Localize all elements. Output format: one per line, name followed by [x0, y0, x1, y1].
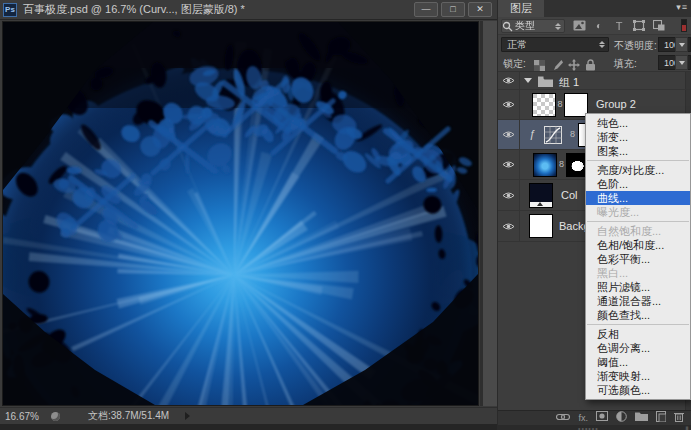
menu-item[interactable]: 曝光度...: [586, 205, 690, 219]
layer-name[interactable]: 组 1: [559, 75, 579, 90]
layer-row-group1[interactable]: 组 1: [498, 72, 691, 90]
fill-slider-icon: [530, 202, 552, 207]
eye-icon: [502, 222, 515, 231]
layer-style-fx-icon[interactable]: fx.: [578, 412, 588, 425]
menu-item[interactable]: 通道混合器...: [586, 294, 690, 308]
corner-resize-grip[interactable]: ▞: [683, 426, 689, 430]
group-expander-icon[interactable]: [524, 78, 532, 83]
status-icon: [51, 412, 60, 421]
visibility-toggle[interactable]: [498, 211, 520, 241]
status-bar: 16.67% 文档:38.7M/51.4M: [0, 407, 497, 424]
menu-item[interactable]: 黑白...: [586, 266, 690, 280]
filter-smart-object-icon[interactable]: [652, 20, 666, 32]
lock-transparency-icon[interactable]: [534, 57, 547, 69]
curves-adjustment-icon[interactable]: [544, 126, 562, 144]
menu-item[interactable]: 纯色...: [586, 116, 690, 130]
layer-thumbnail-starburst[interactable]: [533, 153, 557, 177]
menu-separator: [587, 160, 689, 161]
visibility-toggle[interactable]: [498, 180, 520, 210]
lock-image-brush-icon[interactable]: [551, 57, 564, 69]
menu-item[interactable]: 反相: [586, 327, 690, 341]
delete-layer-trash-icon[interactable]: [674, 411, 684, 426]
layer-name[interactable]: Group 2: [596, 98, 636, 110]
filter-shape-icon[interactable]: [632, 20, 646, 32]
status-arrow-icon[interactable]: [185, 412, 190, 420]
eye-icon: [502, 191, 515, 200]
resize-grip-dots[interactable]: ••••••: [578, 425, 599, 430]
menu-item[interactable]: 自然饱和度...: [586, 224, 690, 238]
visibility-toggle[interactable]: [498, 150, 520, 179]
menu-item[interactable]: 照片滤镜...: [586, 280, 690, 294]
minimize-button[interactable]: —: [414, 2, 438, 17]
menu-item[interactable]: 阈值...: [586, 355, 690, 369]
document-titlebar[interactable]: Ps 百事极度.psd @ 16.7% (Curv..., 图层蒙版/8) * …: [0, 0, 497, 20]
menu-item[interactable]: 色相/饱和度...: [586, 238, 690, 252]
add-mask-icon[interactable]: [596, 411, 608, 425]
photoshop-logo-icon: Ps: [3, 3, 17, 17]
visibility-toggle[interactable]: [498, 120, 520, 149]
filter-type-layer-icon[interactable]: T: [612, 20, 626, 32]
menu-item[interactable]: 色调分离...: [586, 341, 690, 355]
blend-mode-value: 正常: [507, 38, 527, 52]
menu-item[interactable]: 渐变映射...: [586, 369, 690, 383]
workspace-gutter: [480, 21, 497, 406]
menu-item[interactable]: 色彩平衡...: [586, 252, 690, 266]
filter-type-dropdown[interactable]: 类型: [501, 19, 565, 33]
mask-link-icon: 8: [558, 99, 563, 109]
menu-item[interactable]: 颜色查找...: [586, 308, 690, 322]
chevron-updown-icon: [599, 41, 605, 48]
visibility-toggle[interactable]: [498, 90, 520, 119]
layers-bottom-bar: fx.: [498, 410, 691, 425]
eye-icon: [502, 160, 515, 169]
link-layers-icon[interactable]: [556, 412, 570, 425]
eye-icon: [502, 76, 515, 85]
menu-separator: [587, 324, 689, 325]
eye-icon: [502, 130, 515, 139]
document-window: Ps 百事极度.psd @ 16.7% (Curv..., 图层蒙版/8) * …: [0, 0, 497, 430]
new-layer-icon[interactable]: [656, 411, 666, 426]
panel-menu-icon[interactable]: ▾≡: [676, 2, 688, 12]
search-icon: [502, 21, 513, 32]
maximize-button[interactable]: □: [441, 2, 465, 17]
menu-item[interactable]: 亮度/对比度...: [586, 163, 690, 177]
menu-separator: [587, 221, 689, 222]
lock-position-move-icon[interactable]: [568, 57, 581, 69]
opacity-dropdown-button[interactable]: [675, 37, 688, 52]
panel-tabbar: 图层 ▾≡: [498, 0, 691, 17]
layer-thumbnail-background[interactable]: [529, 214, 553, 238]
menu-item[interactable]: 曲线...: [586, 191, 690, 205]
document-size-info: 文档:38.7M/51.4M: [88, 409, 169, 423]
filter-pixel-icon[interactable]: [572, 20, 586, 32]
menu-item[interactable]: 可选颜色...: [586, 383, 690, 397]
chevron-updown-icon: [555, 23, 561, 30]
visibility-toggle[interactable]: [498, 72, 520, 89]
filter-adjustment-icon[interactable]: ◐: [592, 20, 606, 32]
blend-row: 正常 不透明度: 100%: [498, 35, 691, 54]
new-adjustment-layer-icon[interactable]: [616, 411, 627, 426]
menu-item[interactable]: 色阶...: [586, 177, 690, 191]
menu-item[interactable]: 渐变...: [586, 130, 690, 144]
close-button[interactable]: ✕: [468, 2, 492, 17]
zoom-level[interactable]: 16.67%: [5, 411, 51, 422]
blend-mode-dropdown[interactable]: 正常: [501, 37, 609, 52]
layer-thumbnail-transparent[interactable]: [532, 93, 556, 117]
filter-toggle-switch[interactable]: [681, 19, 687, 32]
lock-label: 锁定:: [503, 57, 526, 71]
window-bottom-edge: [0, 424, 497, 430]
tab-layers[interactable]: 图层: [498, 0, 544, 17]
document-title: 百事极度.psd @ 16.7% (Curv..., 图层蒙版/8) *: [23, 2, 245, 17]
filter-type-label: 类型: [515, 19, 535, 33]
folder-icon: [538, 76, 553, 87]
canvas[interactable]: [2, 21, 479, 406]
fill-dropdown-button[interactable]: [675, 55, 688, 70]
layer-thumbnail-colorfill[interactable]: [529, 183, 553, 208]
eye-icon: [502, 100, 515, 109]
window-controls: — □ ✕: [414, 2, 492, 17]
lock-all-icon[interactable]: [585, 57, 598, 69]
menu-item[interactable]: 图案...: [586, 144, 690, 158]
mask-link-icon: 8: [570, 129, 575, 139]
layer-name[interactable]: Col: [561, 189, 578, 201]
new-group-icon[interactable]: [635, 411, 648, 425]
artwork-starburst: [3, 22, 478, 405]
clipping-mask-icon: ƒ: [529, 128, 535, 140]
